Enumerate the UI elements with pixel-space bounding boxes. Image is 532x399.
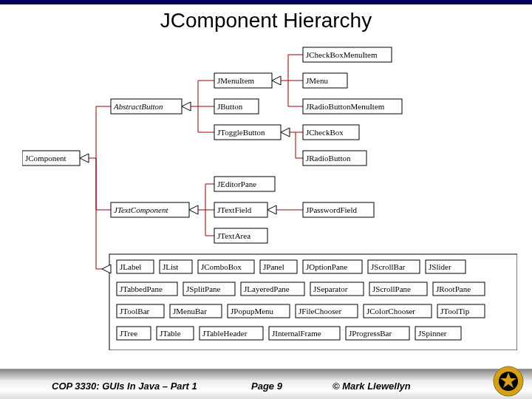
node-jradiobutton: JRadioButton <box>303 151 366 166</box>
slide-footer: COP 3330: GUIs In Java – Part 1 Page 9 ©… <box>0 369 532 399</box>
svg-text:JProgressBar: JProgressBar <box>349 329 392 338</box>
inherit-arrow <box>272 76 281 85</box>
hierarchy-diagram: JComponent AbstractButton JMenuItem JChe… <box>22 40 517 350</box>
svg-text:JColorChooser: JColorChooser <box>366 307 415 316</box>
svg-text:JFileChooser: JFileChooser <box>299 307 341 316</box>
svg-text:JInternalFrame: JInternalFrame <box>272 329 321 338</box>
footer-author: © Mark Llewellyn <box>332 381 411 392</box>
svg-text:JOptionPane: JOptionPane <box>306 262 347 271</box>
svg-text:JComboBox: JComboBox <box>201 262 242 271</box>
svg-text:JMenuBar: JMenuBar <box>173 307 207 316</box>
node-jtextarea: JTextArea <box>214 228 267 243</box>
node-jtogglebutton: JToggleButton <box>214 125 281 140</box>
svg-text:JMenuItem: JMenuItem <box>217 76 255 85</box>
footer-page: Page 9 <box>251 381 282 392</box>
node-abstractbutton: AbstractButton <box>111 99 182 114</box>
ucf-logo-icon <box>492 365 525 398</box>
node-jcomponent: JComponent <box>22 151 80 166</box>
svg-text:JScrollPane: JScrollPane <box>372 284 411 293</box>
svg-text:JRootPane: JRootPane <box>436 284 471 293</box>
inherit-arrow <box>182 102 191 111</box>
svg-text:JPanel: JPanel <box>263 262 284 271</box>
svg-text:JCheckBox: JCheckBox <box>306 128 344 137</box>
inherit-arrow <box>102 265 111 273</box>
svg-text:JToggleButton: JToggleButton <box>217 128 265 137</box>
svg-text:JScrollBar: JScrollBar <box>371 262 406 271</box>
svg-text:JRadioButtonMenuItem: JRadioButtonMenuItem <box>306 102 385 111</box>
svg-text:JTree: JTree <box>120 329 137 338</box>
grid-row: JTree JTable JTableHeader JInternalFrame… <box>117 327 461 340</box>
node-jeditorpane: JEditorPane <box>214 177 275 191</box>
svg-text:JList: JList <box>163 262 178 271</box>
svg-text:JLabel: JLabel <box>120 262 141 271</box>
node-jbutton: JButton <box>214 99 259 114</box>
svg-text:JTable: JTable <box>160 329 181 338</box>
svg-text:JSlider: JSlider <box>429 262 451 271</box>
svg-text:JToolTip: JToolTip <box>440 307 470 316</box>
svg-text:JEditorPane: JEditorPane <box>217 180 256 188</box>
node-jmenu: JMenu <box>303 73 347 88</box>
svg-text:JTextArea: JTextArea <box>217 231 250 240</box>
node-jtextcomponent: JTextComponent <box>111 202 189 217</box>
footer-course: COP 3330: GUIs In Java – Part 1 <box>52 381 197 392</box>
node-jradiobuttonmenuitem: JRadioButtonMenuItem <box>303 99 402 114</box>
svg-text:JLayeredPane: JLayeredPane <box>244 284 290 293</box>
svg-text:JComponent: JComponent <box>25 154 66 163</box>
svg-text:AbstractButton: AbstractButton <box>113 102 163 111</box>
svg-text:JSplitPane: JSplitPane <box>186 284 221 293</box>
node-jcheckbox: JCheckBox <box>303 125 359 140</box>
svg-text:JSeparator: JSeparator <box>313 284 348 293</box>
svg-text:JRadioButton: JRadioButton <box>306 154 351 163</box>
svg-text:JPasswordField: JPasswordField <box>306 205 358 214</box>
svg-text:JTabbedPane: JTabbedPane <box>120 284 163 293</box>
slide-title: JComponent Hierarchy <box>0 9 532 33</box>
node-jtextfield: JTextField <box>214 202 267 217</box>
grid-row: JTabbedPane JSplitPane JLayeredPane JSep… <box>117 282 485 296</box>
node-jcheckboxmenuitem: JCheckBoxMenuItem <box>303 47 392 62</box>
svg-text:JTextComponent: JTextComponent <box>114 205 168 214</box>
svg-text:JTextField: JTextField <box>217 205 252 214</box>
grid-row: JLabel JList JComboBox JPanel JOptionPan… <box>117 260 466 273</box>
node-jmenuitem: JMenuItem <box>214 73 272 88</box>
svg-text:JToolBar: JToolBar <box>120 307 150 316</box>
inherit-arrow <box>267 205 276 214</box>
svg-text:JTableHeader: JTableHeader <box>202 329 248 338</box>
svg-text:JPopupMenu: JPopupMenu <box>231 307 274 316</box>
svg-text:JButton: JButton <box>217 102 243 111</box>
inherit-arrow <box>189 205 198 214</box>
svg-text:JSpinner: JSpinner <box>418 329 447 338</box>
svg-text:JMenu: JMenu <box>306 76 328 85</box>
svg-text:JCheckBoxMenuItem: JCheckBoxMenuItem <box>306 50 378 59</box>
grid-row: JToolBar JMenuBar JPopupMenu JFileChoose… <box>117 304 485 318</box>
top-border <box>0 0 532 4</box>
inherit-arrow <box>80 154 89 163</box>
node-jpasswordfield: JPasswordField <box>303 202 374 217</box>
inherit-arrow <box>281 128 290 137</box>
